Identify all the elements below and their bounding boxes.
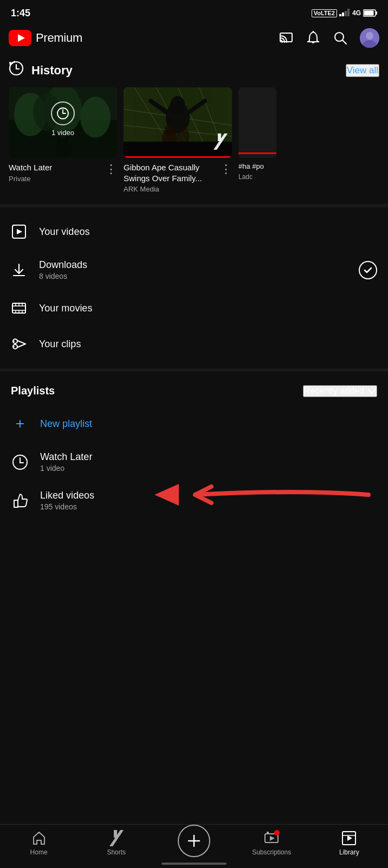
shorts-label: Shorts [107,848,126,856]
logo-area: Premium [9,30,82,46]
svg-point-21 [80,97,111,138]
scissors-icon [11,336,27,352]
svg-rect-70 [267,832,269,834]
svg-marker-1 [342,12,344,16]
notification-dot [274,830,280,835]
gibbon-meta: Gibbon Ape Casually Swings Over Family..… [124,162,218,193]
nav-item-shorts[interactable]: Shorts [95,830,138,856]
your-clips-text: Your clips [39,339,377,350]
watch-later-clock-overlay: 1 video [51,101,75,137]
svg-marker-69 [270,836,275,841]
notifications-button[interactable] [306,30,321,46]
history-card-watch-later[interactable]: 1 video Watch Later Private ⋮ [9,87,117,193]
svg-point-40 [165,124,174,135]
svg-marker-0 [339,14,341,16]
section-divider-1 [0,204,388,207]
svg-marker-46 [17,229,22,234]
svg-rect-43 [238,87,276,158]
partial-thumbnail [238,87,276,158]
check-circle-icon [359,261,377,279]
bottom-nav: Home Shorts [0,824,388,868]
watch-later-sub: Private [9,175,103,183]
svg-marker-3 [347,9,350,16]
home-label: Home [30,848,48,856]
subscriptions-icon [263,830,280,846]
partial-sub: Ladc [238,173,276,181]
history-title: History [31,63,73,78]
svg-rect-5 [376,11,378,15]
gibbon-thumbnail [124,87,232,158]
menu-item-your-clips[interactable]: Your clips [0,326,388,362]
downloads-sub: 8 videos [39,272,347,280]
downloads-text: Downloads 8 videos [39,259,347,280]
film-icon [11,300,27,316]
playlists-header: Playlists Recently added [0,374,388,403]
cast-button[interactable] [279,30,294,46]
nav-icons [279,28,379,48]
history-icon [9,61,24,80]
nav-item-subscriptions[interactable]: Subscriptions [250,830,293,856]
sort-button[interactable]: Recently added [303,385,377,397]
menu-item-your-movies[interactable]: Your movies [0,290,388,326]
svg-line-60 [17,341,26,344]
history-header: History View all [0,54,388,87]
history-title-area: History [9,61,73,80]
add-button[interactable] [178,825,210,857]
clock-circle [51,101,75,125]
history-card-partial[interactable]: #ha #po Ladc [238,87,276,193]
watch-later-thumbnail: 1 video [9,87,117,158]
status-time: 1:45 [11,8,30,19]
your-movies-label: Your movies [39,303,377,314]
menu-item-your-videos[interactable]: Your videos [0,214,388,250]
watch-later-menu-button[interactable]: ⋮ [103,162,117,176]
svg-line-12 [342,40,346,44]
subscriptions-label: Subscriptions [252,848,291,856]
video-count-label: 1 video [51,129,74,137]
sort-label: Recently added [304,386,364,396]
download-icon [11,262,27,278]
gibbon-sub: ARK Media [124,185,218,193]
your-clips-label: Your clips [39,339,377,350]
status-icons: VoLTE2 4G [312,9,377,17]
svg-rect-6 [364,11,374,16]
arrow-svg [0,424,388,522]
subscriptions-icon-wrapper [264,831,279,845]
shorts-icon [108,830,125,846]
shorts-badge [214,133,228,154]
partial-title: #ha #po [238,162,276,171]
home-icon [31,830,47,846]
network-icon: 4G [352,9,361,17]
history-card-gibbon[interactable]: Gibbon Ape Casually Swings Over Family..… [124,87,232,193]
your-videos-text: Your videos [39,226,377,238]
status-bar: 1:45 VoLTE2 4G [0,0,388,24]
downloads-check [359,261,377,279]
home-indicator [161,863,227,865]
library-label: Library [339,848,359,856]
volte-icon: VoLTE2 [312,9,337,17]
your-movies-text: Your movies [39,303,377,314]
menu-item-downloads[interactable]: Downloads 8 videos [0,250,388,290]
svg-marker-73 [347,835,352,841]
menu-items: Your videos Downloads 8 videos [0,209,388,366]
chevron-down-icon [367,387,376,395]
view-all-button[interactable]: View all [346,64,379,77]
battery-icon [363,9,377,17]
nav-item-home[interactable]: Home [17,830,61,856]
library-icon [341,830,357,846]
nav-item-add[interactable] [172,825,216,857]
signal-icon [339,9,350,17]
top-nav: Premium [0,24,388,54]
watch-later-card-info: Watch Later Private ⋮ [9,162,117,183]
gibbon-title: Gibbon Ape Casually Swings Over Family..… [124,162,218,183]
avatar[interactable] [360,28,379,48]
search-button[interactable] [333,30,348,46]
nav-item-library[interactable]: Library [327,830,371,856]
svg-line-61 [17,344,26,348]
section-divider-2 [0,368,388,372]
svg-marker-2 [345,11,347,16]
gibbon-menu-button[interactable]: ⋮ [218,162,232,176]
partial-meta: #ha #po Ladc [238,162,276,181]
watch-later-meta: Watch Later Private [9,162,103,183]
svg-marker-65 [154,484,179,506]
youtube-logo[interactable] [9,30,31,46]
